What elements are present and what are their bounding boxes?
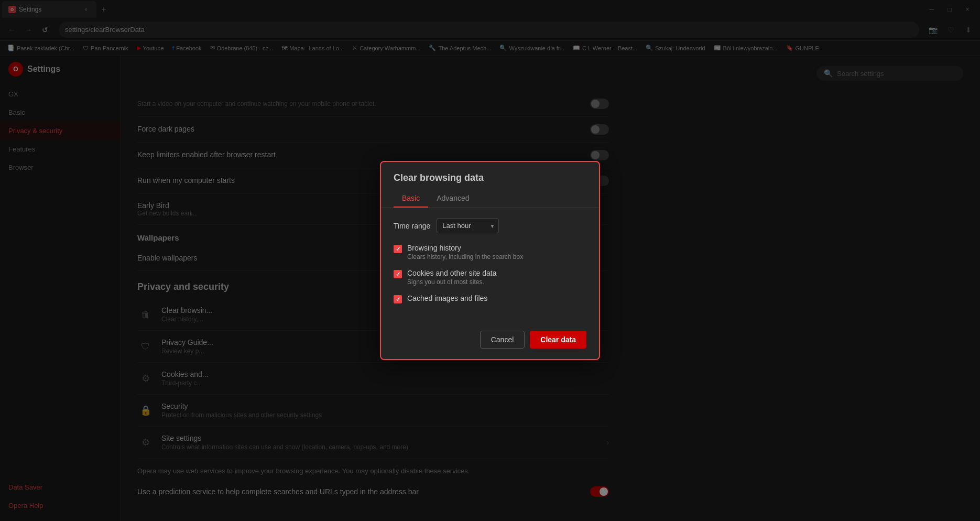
time-range-select[interactable]: Last hour Last 24 hours Last 7 days Last…	[437, 218, 499, 233]
dialog-tab-advanced[interactable]: Advanced	[428, 190, 477, 208]
dialog-body: Time range Last hour Last 24 hours Last …	[381, 208, 599, 322]
checkbox-desc: Signs you out of most sites.	[407, 278, 496, 286]
cookies-checkbox[interactable]	[394, 270, 402, 278]
checkbox-desc: Clears history, including in the search …	[407, 253, 523, 260]
clear-browsing-dialog: Clear browsing data Basic Advanced Time …	[380, 161, 600, 360]
cookies-label: Cookies and other site data Signs you ou…	[407, 269, 496, 286]
browsing-history-checkbox[interactable]	[394, 245, 402, 253]
clear-data-button[interactable]: Clear data	[530, 331, 586, 349]
dialog-overlay: Clear browsing data Basic Advanced Time …	[0, 0, 980, 521]
dialog-tabs: Basic Advanced	[381, 190, 599, 208]
checkbox-title: Browsing history	[407, 244, 523, 252]
time-range-label: Time range	[394, 222, 430, 230]
cached-images-label: Cached images and files	[407, 294, 487, 303]
checkbox-title: Cookies and other site data	[407, 269, 496, 277]
dialog-title: Clear browsing data	[381, 162, 599, 190]
time-range-row: Time range Last hour Last 24 hours Last …	[394, 218, 586, 233]
time-range-wrapper[interactable]: Last hour Last 24 hours Last 7 days Last…	[437, 218, 499, 233]
checkbox-title: Cached images and files	[407, 294, 487, 302]
dialog-footer: Cancel Clear data	[381, 322, 599, 359]
cookies-checkbox-item: Cookies and other site data Signs you ou…	[394, 269, 586, 286]
dialog-tab-basic[interactable]: Basic	[394, 190, 428, 208]
browsing-history-label: Browsing history Clears history, includi…	[407, 244, 523, 260]
cached-images-checkbox-item: Cached images and files	[394, 294, 586, 303]
cancel-button[interactable]: Cancel	[480, 331, 525, 349]
browsing-history-checkbox-item: Browsing history Clears history, includi…	[394, 244, 586, 260]
cached-images-checkbox[interactable]	[394, 295, 402, 303]
